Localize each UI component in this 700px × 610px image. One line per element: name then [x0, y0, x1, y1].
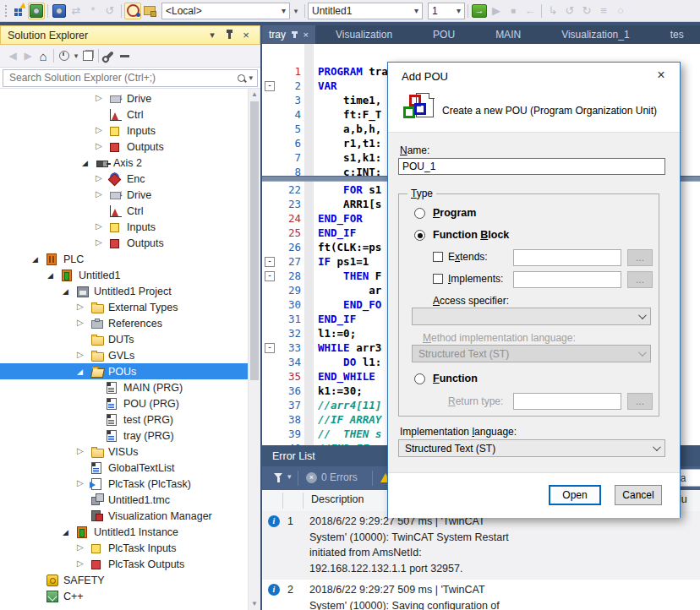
implements-label[interactable]: Implements:: [448, 273, 503, 285]
pending-changes-filter-icon[interactable]: [57, 48, 72, 63]
tree-item-untitled1-tmc[interactable]: Untitled1.tmc: [0, 492, 249, 508]
scrollbar-thumb[interactable]: [250, 101, 259, 380]
tree-item-inputs[interactable]: ▷Inputs: [0, 219, 249, 235]
tree-item-globaltextlist[interactable]: GlobalTextList: [0, 460, 249, 476]
tree-item-untitled1-project[interactable]: ◢Untitled1 Project: [0, 283, 249, 299]
tree-item-axis-2[interactable]: ◢Axis 2: [0, 155, 249, 171]
collapse-arrow-icon[interactable]: ◢: [32, 255, 44, 264]
close-icon[interactable]: ×: [239, 29, 253, 42]
properties-wrench-icon[interactable]: [101, 48, 117, 63]
tab-tes[interactable]: tes: [650, 25, 700, 44]
tree-item-visualization-manager[interactable]: Visualization Manager: [0, 508, 249, 524]
project-combo[interactable]: Untitled1 ▾: [308, 3, 423, 19]
tree-item-plc[interactable]: ◢PLC: [0, 251, 249, 267]
tree-item-plctask-outputs[interactable]: ▷PlcTask Outputs: [0, 556, 249, 572]
function-radio[interactable]: [414, 373, 425, 384]
tree-item-outputs[interactable]: ▷Outputs: [0, 235, 249, 251]
tree-item-tray-prg[interactable]: tray (PRG): [0, 428, 249, 444]
program-radio[interactable]: [414, 208, 425, 219]
expand-arrow-icon[interactable]: ▷: [96, 221, 107, 231]
collapse-arrow-icon[interactable]: ◢: [47, 271, 59, 280]
target-split-button[interactable]: ▾: [290, 3, 302, 19]
tree-item-drive[interactable]: ▷Drive: [0, 90, 249, 106]
home-icon[interactable]: ⌂: [36, 48, 51, 63]
implements-browse-button[interactable]: ...: [627, 271, 653, 288]
implementation-language-combo[interactable]: Structured Text (ST): [398, 439, 665, 457]
close-icon[interactable]: ×: [304, 30, 309, 40]
show-call-stack-icon[interactable]: ≡: [595, 3, 612, 19]
tree-item-pous[interactable]: ◢POUs: [0, 363, 260, 379]
open-button[interactable]: Open: [549, 485, 601, 505]
extends-label[interactable]: Extends:: [448, 251, 488, 263]
scroll-up-icon[interactable]: ▲: [249, 89, 260, 101]
step-into-icon[interactable]: ↳: [544, 3, 561, 19]
target-system-combo[interactable]: <Local> ▾: [161, 3, 290, 19]
free-run-icon[interactable]: ↺: [101, 3, 118, 19]
cancel-button[interactable]: Cancel: [615, 485, 662, 505]
error-row-2[interactable]: i22018/6/22 9:29:27 509 ms | 'TwinCATSys…: [262, 580, 700, 610]
forward-icon[interactable]: ▶: [20, 48, 36, 63]
expand-arrow-icon[interactable]: ▷: [96, 173, 107, 182]
target-browser-icon[interactable]: [141, 3, 158, 19]
choose-target-icon[interactable]: [124, 3, 141, 19]
tree-item-ctrl[interactable]: Ctrl: [0, 203, 249, 219]
run-to-cursor-icon[interactable]: ○: [612, 3, 629, 19]
tab-visualization[interactable]: Visualization: [315, 25, 413, 44]
tree-item-outputs[interactable]: ▷Outputs: [0, 139, 249, 155]
tab-tray[interactable]: tray×: [262, 25, 315, 44]
tree-item-inputs[interactable]: ▷Inputs: [0, 123, 249, 139]
restart-config-mode-icon[interactable]: [51, 3, 68, 19]
scan-wand-icon[interactable]: *: [85, 3, 101, 19]
start-icon[interactable]: ▶: [488, 3, 505, 19]
tree-item-external-types[interactable]: ▷External Types: [0, 299, 249, 315]
expand-arrow-icon[interactable]: ▷: [96, 237, 107, 247]
function-block-label[interactable]: Function Block: [433, 229, 509, 241]
search-options-icon[interactable]: ▾: [249, 74, 253, 82]
collapse-arrow-icon[interactable]: ◢: [63, 287, 74, 296]
close-icon[interactable]: ×: [653, 68, 670, 83]
pin-icon[interactable]: [293, 31, 296, 38]
logout-icon[interactable]: ←: [522, 3, 539, 19]
tree-item-untitled1-instance[interactable]: ◢Untitled1 Instance: [0, 524, 249, 540]
tree-item-main-prg[interactable]: MAIN (PRG): [0, 379, 249, 395]
expand-arrow-icon[interactable]: ▷: [77, 542, 89, 552]
tree-item-plctask-plctask[interactable]: ▷PlcTask (PlcTask): [0, 476, 249, 492]
expand-arrow-icon[interactable]: ▷: [77, 302, 89, 311]
stop-icon[interactable]: ■: [505, 3, 522, 19]
back-icon[interactable]: ◀: [5, 48, 20, 63]
tree-item-drive[interactable]: ▷Drive: [0, 187, 249, 203]
function-label[interactable]: Function: [433, 373, 478, 384]
expand-arrow-icon[interactable]: ▷: [96, 93, 107, 102]
tree-item-pou-prg[interactable]: POU (PRG): [0, 395, 249, 411]
tree-item-test-prg[interactable]: test (PRG): [0, 411, 249, 428]
extends-browse-button[interactable]: ...: [627, 249, 653, 266]
tree-item-plctask-inputs[interactable]: ▷PlcTask Inputs: [0, 540, 249, 556]
description-column-header[interactable]: Description: [311, 493, 364, 505]
expand-arrow-icon[interactable]: ▷: [77, 558, 89, 568]
implements-checkbox[interactable]: [433, 274, 443, 284]
expand-arrow-icon[interactable]: ▷: [96, 189, 107, 199]
extends-checkbox[interactable]: [433, 252, 443, 262]
collapse-arrow-icon[interactable]: ◢: [63, 528, 74, 536]
expand-arrow-icon[interactable]: ▷: [77, 446, 89, 455]
collapse-all-icon[interactable]: [80, 48, 96, 63]
login-icon[interactable]: →: [471, 3, 488, 19]
preview-selected-icon[interactable]: [117, 48, 132, 63]
tree-item-untitled1[interactable]: ◢Untitled1: [0, 267, 249, 283]
search-box[interactable]: ▾: [3, 69, 258, 87]
step-out-icon[interactable]: ↻: [578, 3, 595, 19]
filter-funnel-icon[interactable]: [274, 473, 282, 478]
step-over-icon[interactable]: ↺: [561, 3, 578, 19]
search-input[interactable]: [8, 71, 238, 84]
expand-arrow-icon[interactable]: ▷: [96, 125, 107, 134]
tree-item-references[interactable]: ▷References: [0, 315, 249, 331]
tree-item-enc[interactable]: ▷Enc: [0, 171, 249, 187]
tree-item-visus[interactable]: ▷VISUs: [0, 444, 249, 460]
access-specifier-combo[interactable]: [412, 308, 651, 325]
count-combo[interactable]: 1 ▾: [428, 3, 465, 19]
expand-arrow-icon[interactable]: ▷: [77, 478, 89, 487]
extends-field[interactable]: [513, 249, 621, 266]
expand-arrow-icon[interactable]: ▷: [77, 350, 89, 359]
pin-icon[interactable]: [222, 29, 236, 42]
implements-field[interactable]: [513, 271, 621, 288]
